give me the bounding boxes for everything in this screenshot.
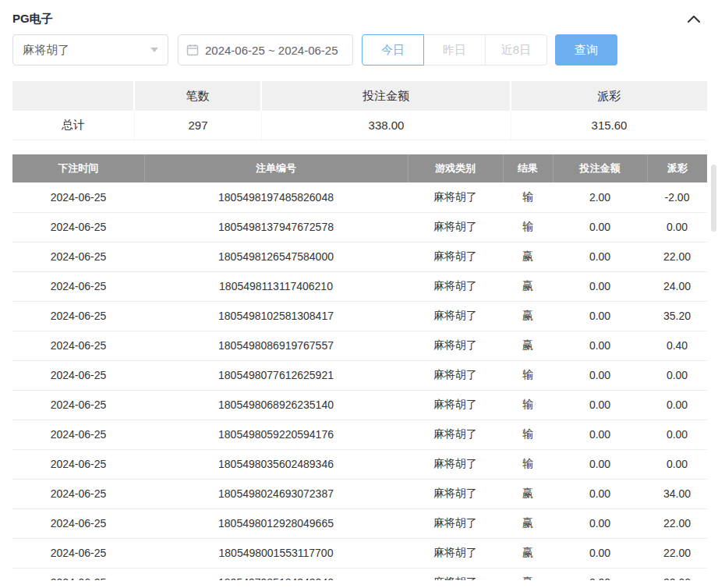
header-bet-id: 注单编号 (144, 154, 408, 182)
bet-amount: 0.00 (553, 390, 647, 420)
game-type: 麻将胡了 (408, 301, 503, 331)
table-row: 2024-06-25 1805498001553117700 麻将胡了 赢 0.… (12, 538, 707, 568)
collapse-button[interactable] (685, 10, 702, 27)
game-type: 麻将胡了 (408, 420, 503, 449)
yesterday-button[interactable]: 昨日 (423, 34, 486, 66)
bet-amount: 0.00 (553, 508, 647, 538)
bet-result: 赢 (503, 538, 553, 568)
bet-id: 1805497985184343040 (144, 568, 408, 580)
bet-result: 赢 (503, 479, 553, 508)
summary-header-empty (12, 81, 135, 111)
bet-id: 1805498035602489346 (144, 449, 408, 479)
bet-date: 2024-06-25 (12, 568, 144, 580)
summary-total-bet-amount: 338.00 (262, 111, 511, 140)
game-type: 麻将胡了 (408, 508, 503, 538)
bet-date: 2024-06-25 (12, 479, 144, 508)
bet-amount: 0.00 (553, 420, 647, 449)
game-type: 麻将胡了 (408, 242, 503, 271)
bet-payout: 0.00 (647, 449, 707, 479)
table-row: 2024-06-25 1805497985184343040 麻将胡了 赢 0.… (12, 568, 707, 580)
table-row: 2024-06-25 1805498059220594176 麻将胡了 输 0.… (12, 420, 707, 449)
game-type: 麻将胡了 (408, 331, 503, 360)
filter-bar: 麻将胡了 2024-06-25 ~ 2024-06-25 今日 昨日 近8日 查… (0, 34, 718, 66)
bet-result: 赢 (503, 568, 553, 580)
date-range-value: 2024-06-25 ~ 2024-06-25 (205, 44, 338, 57)
bet-amount: 0.00 (553, 538, 647, 568)
summary-table: 笔数 投注金额 派彩 总计 297 338.00 315.60 (12, 81, 707, 140)
bet-payout: 22.00 (647, 508, 707, 538)
table-row: 2024-06-25 1805498102581308417 麻将胡了 赢 0.… (12, 301, 707, 331)
last-8-days-button[interactable]: 近8日 (485, 34, 547, 66)
bet-date: 2024-06-25 (12, 212, 144, 242)
bet-date: 2024-06-25 (12, 508, 144, 538)
game-type: 麻将胡了 (408, 182, 503, 212)
bet-id: 1805498024693072387 (144, 479, 408, 508)
scrollbar-thumb[interactable] (711, 165, 716, 232)
game-select-value: 麻将胡了 (23, 43, 69, 58)
bet-amount: 0.00 (553, 479, 647, 508)
bet-amount: 0.00 (553, 271, 647, 301)
bet-payout: 35.20 (647, 301, 707, 331)
game-type: 麻将胡了 (408, 212, 503, 242)
game-type: 麻将胡了 (408, 449, 503, 479)
bet-date: 2024-06-25 (12, 420, 144, 449)
game-type: 麻将胡了 (408, 390, 503, 420)
game-select[interactable]: 麻将胡了 (12, 34, 168, 66)
bet-id: 1805498102581308417 (144, 301, 408, 331)
bet-amount: 0.00 (553, 360, 647, 390)
bet-id: 1805498113117406210 (144, 271, 408, 301)
summary-header-count: 笔数 (135, 81, 262, 111)
bet-payout: -2.00 (647, 182, 707, 212)
header-payout: 派彩 (647, 154, 707, 182)
bet-amount: 0.00 (553, 212, 647, 242)
bet-payout: 0.00 (647, 360, 707, 390)
summary-total-payout: 315.60 (511, 111, 707, 140)
summary-total-count: 297 (135, 111, 262, 140)
search-button[interactable]: 查询 (555, 34, 617, 66)
summary-header-payout: 派彩 (511, 81, 707, 111)
bet-date: 2024-06-25 (12, 271, 144, 301)
bet-payout: 22.00 (647, 568, 707, 580)
table-row: 2024-06-25 1805498197485826048 麻将胡了 输 2.… (12, 182, 707, 212)
bet-result: 赢 (503, 508, 553, 538)
summary-total-row: 总计 297 338.00 315.60 (12, 111, 707, 140)
bet-result: 赢 (503, 271, 553, 301)
bet-table-header-row: 下注时间 注单编号 游戏类别 结果 投注金额 派彩 (12, 154, 707, 182)
bet-payout: 24.00 (647, 271, 707, 301)
summary-header-row: 笔数 投注金额 派彩 (12, 81, 707, 111)
table-row: 2024-06-25 1805498024693072387 麻将胡了 赢 0.… (12, 479, 707, 508)
header-game-type: 游戏类别 (408, 154, 503, 182)
bet-payout: 0.00 (647, 212, 707, 242)
table-row: 2024-06-25 1805498113117406210 麻将胡了 赢 0.… (12, 271, 707, 301)
bet-result: 赢 (503, 331, 553, 360)
bet-payout: 22.00 (647, 242, 707, 271)
bet-amount: 0.00 (553, 568, 647, 580)
bet-amount: 0.00 (553, 331, 647, 360)
bet-date: 2024-06-25 (12, 360, 144, 390)
game-type: 麻将胡了 (408, 360, 503, 390)
quick-range-group: 今日 昨日 近8日 (362, 34, 547, 66)
bet-result: 赢 (503, 242, 553, 271)
bet-table-wrap: 下注时间 注单编号 游戏类别 结果 投注金额 派彩 2024-06-25 180… (12, 154, 707, 580)
bet-result: 输 (503, 420, 553, 449)
summary-header-bet-amount: 投注金额 (262, 81, 511, 111)
date-range-picker[interactable]: 2024-06-25 ~ 2024-06-25 (178, 34, 353, 66)
bet-date: 2024-06-25 (12, 449, 144, 479)
today-button[interactable]: 今日 (362, 34, 424, 66)
table-row: 2024-06-25 1805498126547584000 麻将胡了 赢 0.… (12, 242, 707, 271)
bet-result: 输 (503, 212, 553, 242)
game-type: 麻将胡了 (408, 271, 503, 301)
bet-id: 1805498086919767557 (144, 331, 408, 360)
bet-table: 下注时间 注单编号 游戏类别 结果 投注金额 派彩 2024-06-25 180… (12, 154, 707, 580)
bet-id: 1805498077612625921 (144, 360, 408, 390)
bet-amount: 0.00 (553, 449, 647, 479)
bet-date: 2024-06-25 (12, 538, 144, 568)
bet-date: 2024-06-25 (12, 331, 144, 360)
bet-id: 1805498197485826048 (144, 182, 408, 212)
bet-amount: 0.00 (553, 242, 647, 271)
bet-id: 1805498012928049665 (144, 508, 408, 538)
header-result: 结果 (503, 154, 553, 182)
bet-result: 输 (503, 390, 553, 420)
table-row: 2024-06-25 1805498137947672578 麻将胡了 输 0.… (12, 212, 707, 242)
table-row: 2024-06-25 1805498035602489346 麻将胡了 输 0.… (12, 449, 707, 479)
